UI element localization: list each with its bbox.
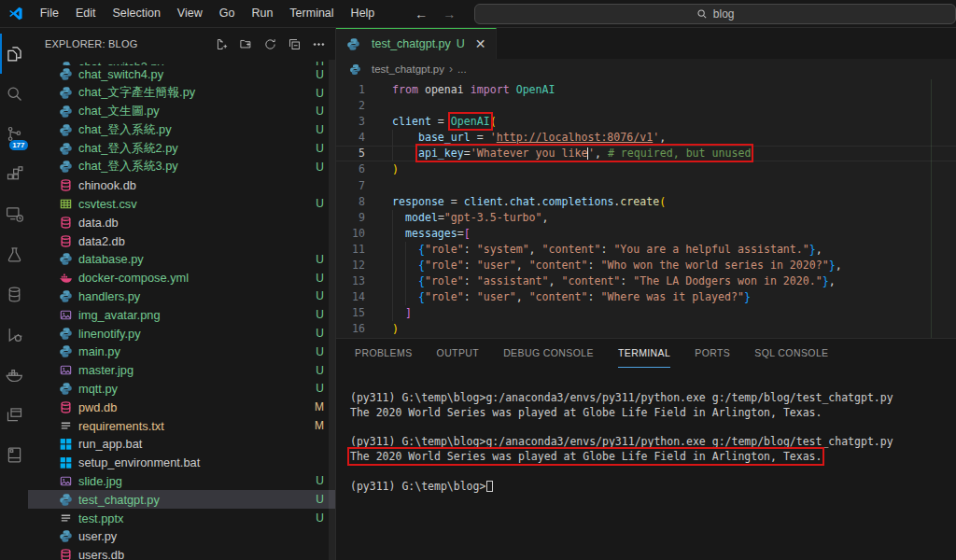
menu-bar: FileEditSelectionViewGoRunTerminalHelp xyxy=(32,0,384,27)
file-row[interactable]: pwd.dbM xyxy=(28,398,335,416)
explorer-icon[interactable] xyxy=(0,34,28,74)
file-row[interactable]: chat_switch4.pyU xyxy=(28,65,335,84)
indent-guide xyxy=(392,289,393,305)
file-row[interactable]: chat_登入系統2.pyU xyxy=(28,139,335,158)
new-folder-icon[interactable] xyxy=(239,37,253,51)
code-line[interactable]: 6) xyxy=(336,161,956,177)
db-file-icon xyxy=(58,233,73,248)
code-line[interactable]: 3client = OpenAI( xyxy=(336,114,956,130)
menu-item-view[interactable]: View xyxy=(169,0,211,27)
search-icon[interactable] xyxy=(0,74,28,114)
line-number: 10 xyxy=(336,226,373,242)
panel-tab-output[interactable]: OUTPUT xyxy=(437,339,480,368)
new-file-icon[interactable] xyxy=(215,37,229,51)
file-row[interactable]: handlers.pyU xyxy=(28,287,335,306)
code-line[interactable]: 2 xyxy=(336,98,956,114)
file-row[interactable]: test.pptxU xyxy=(28,509,335,527)
more-icon[interactable] xyxy=(312,37,326,51)
title-bar: FileEditSelectionViewGoRunTerminalHelp ←… xyxy=(0,0,956,28)
code-line[interactable]: 16) xyxy=(336,321,956,337)
file-row[interactable]: docker-compose.ymlU xyxy=(28,269,335,287)
code-line[interactable]: 5 api_key='Whatever you like', # require… xyxy=(336,146,956,161)
code-line[interactable]: 1from openai import OpenAI xyxy=(336,82,956,98)
code-token: , xyxy=(542,211,549,224)
menu-item-help[interactable]: Help xyxy=(343,0,384,27)
file-row[interactable]: test_chatgpt.pyU xyxy=(28,490,335,509)
file-row[interactable]: img_avatar.pngU xyxy=(28,305,335,324)
file-row[interactable]: setup_environment.bat xyxy=(28,454,335,472)
file-name: database.py xyxy=(78,252,308,266)
menu-item-file[interactable]: File xyxy=(32,0,67,27)
breadcrumb[interactable]: test_chatgpt.py › ... xyxy=(336,59,956,79)
code-line[interactable]: 8response = client.chat.completions.crea… xyxy=(336,194,956,210)
code-line[interactable]: 7 xyxy=(336,178,956,194)
collapse-all-icon[interactable] xyxy=(288,37,302,51)
command-center-search[interactable]: blog xyxy=(474,4,956,24)
file-row[interactable]: chat_文字產生簡報.pyU xyxy=(28,84,335,103)
file-row[interactable]: user.py xyxy=(28,527,335,546)
file-row[interactable]: requirements.txtM xyxy=(28,416,335,435)
menu-item-terminal[interactable]: Terminal xyxy=(281,0,342,27)
git-status-badge: U xyxy=(316,197,324,210)
panel-tab-sql-console[interactable]: SQL CONSOLE xyxy=(754,339,828,368)
code-line[interactable]: 10 messages=[ xyxy=(336,226,956,242)
sidebar-scrollbar[interactable] xyxy=(329,60,335,560)
file-row[interactable]: master.jpgU xyxy=(28,361,335,380)
menu-item-go[interactable]: Go xyxy=(211,0,244,27)
menu-item-run[interactable]: Run xyxy=(243,0,281,27)
forward-arrow-icon[interactable]: → xyxy=(443,7,456,21)
file-name: chat_switch3.py xyxy=(78,60,308,65)
file-name: main.py xyxy=(78,344,308,358)
source-control-icon[interactable]: 177 xyxy=(0,114,28,154)
database-icon[interactable] xyxy=(0,274,28,315)
terminal[interactable]: (py311) G:\temp\blog>g:/anaconda3/envs/p… xyxy=(336,368,956,560)
code-text: ] xyxy=(392,305,412,321)
code-line[interactable]: 14 {"role": "user", "content": "Where wa… xyxy=(336,289,956,305)
file-row[interactable]: slide.jpgU xyxy=(28,472,335,491)
panel-tab-ports[interactable]: PORTS xyxy=(695,339,730,368)
extensions-icon[interactable] xyxy=(0,154,28,194)
menu-item-edit[interactable]: Edit xyxy=(67,0,105,27)
remote-explorer-icon[interactable] xyxy=(0,194,28,234)
tab-test-chatgpt[interactable]: test_chatgpt.py U ✕ xyxy=(336,28,497,59)
file-row[interactable]: linenotify.pyU xyxy=(28,324,335,343)
line-number: 7 xyxy=(336,178,373,194)
file-row[interactable]: data2.db xyxy=(28,231,335,250)
file-row[interactable]: chat_登入系統3.pyU xyxy=(28,158,335,176)
indent-guide xyxy=(392,242,393,258)
file-row[interactable]: chinook.db xyxy=(28,176,335,195)
run-debug-icon[interactable] xyxy=(0,315,28,355)
panel-tab-debug-console[interactable]: DEBUG CONSOLE xyxy=(503,339,594,368)
file-row[interactable]: csvtest.csvU xyxy=(28,195,335,214)
panel-tab-terminal[interactable]: TERMINAL xyxy=(618,339,670,368)
close-icon[interactable]: ✕ xyxy=(475,37,486,50)
menu-item-selection[interactable]: Selection xyxy=(104,0,168,27)
code-line[interactable]: 11 {"role": "system", "content": "You ar… xyxy=(336,242,956,258)
docker-icon[interactable] xyxy=(0,355,28,395)
code-line[interactable]: 12 {"role": "user", "content": "Who won … xyxy=(336,258,956,273)
code-line[interactable]: 4 base_url = 'http://localhost:8076/v1', xyxy=(336,130,956,146)
code-token: "role" xyxy=(425,243,464,256)
notebook-icon[interactable] xyxy=(0,435,28,475)
indent-guide xyxy=(405,242,406,258)
code-line[interactable]: 9 model="gpt-3.5-turbo", xyxy=(336,210,956,226)
refresh-icon[interactable] xyxy=(263,37,277,51)
back-arrow-icon[interactable]: ← xyxy=(415,7,428,21)
file-row[interactable]: users.db xyxy=(28,546,335,560)
file-name: data2.db xyxy=(78,234,316,248)
file-row[interactable]: chat_文生圖.pyU xyxy=(28,103,335,121)
windows-stack-icon[interactable] xyxy=(0,395,28,435)
panel-tab-problems[interactable]: PROBLEMS xyxy=(355,339,413,368)
file-row[interactable]: data.db xyxy=(28,213,335,231)
test-flask-icon[interactable] xyxy=(0,234,28,274)
code-line[interactable]: 13 {"role": "assistant", "content": "The… xyxy=(336,273,956,289)
file-row[interactable]: mqtt.pyU xyxy=(28,380,335,399)
file-row[interactable]: database.pyU xyxy=(28,250,335,269)
file-row[interactable]: main.pyU xyxy=(28,343,335,361)
code-editor[interactable]: 1from openai import OpenAI23client = Ope… xyxy=(336,79,956,338)
code-token: "Where was it played?" xyxy=(600,290,744,303)
code-line[interactable]: 15 ] xyxy=(336,305,956,321)
file-row[interactable]: run_app.bat xyxy=(28,435,335,454)
file-row[interactable]: chat_登入系統.pyU xyxy=(28,120,335,139)
code-token: ( xyxy=(659,195,666,208)
